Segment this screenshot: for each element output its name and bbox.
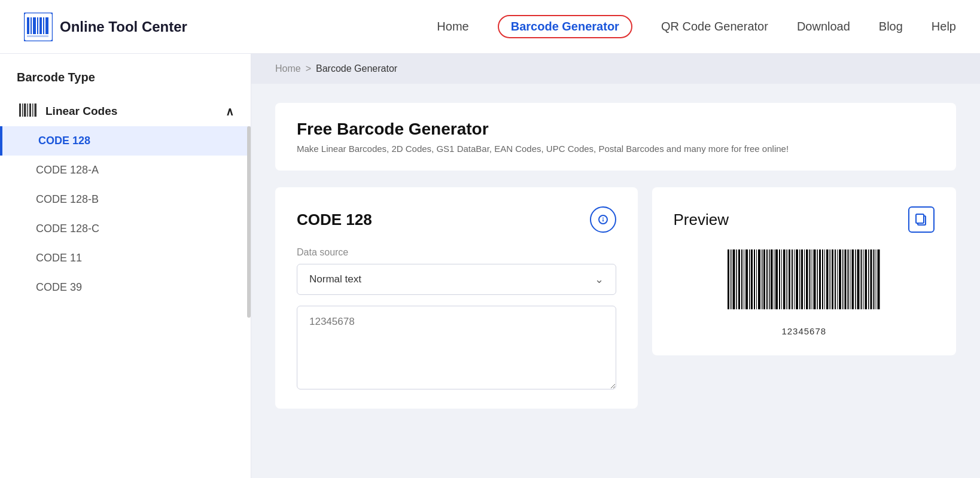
nav-barcode-generator[interactable]: Barcode Generator <box>498 15 632 38</box>
barcode-preview-area: 12345678 <box>674 249 935 336</box>
svg-rect-30 <box>754 249 755 309</box>
svg-rect-61 <box>832 249 833 309</box>
svg-rect-4 <box>37 17 38 34</box>
sidebar-section-linear-codes[interactable]: Linear Codes ∧ <box>0 96 251 126</box>
svg-rect-39 <box>775 249 778 309</box>
svg-rect-57 <box>822 249 823 309</box>
datasource-label: Data source <box>297 247 616 258</box>
scrollbar-track[interactable] <box>247 126 251 318</box>
svg-rect-5 <box>39 17 42 34</box>
svg-point-16 <box>602 218 604 219</box>
svg-rect-11 <box>24 103 26 117</box>
svg-rect-29 <box>751 249 753 309</box>
svg-rect-67 <box>847 249 848 309</box>
nav-qr-code-generator[interactable]: QR Code Generator <box>661 20 768 34</box>
section-label: Linear Codes <box>45 105 117 118</box>
sidebar-item-code-39[interactable]: CODE 39 <box>0 273 251 302</box>
svg-rect-36 <box>769 249 770 309</box>
content-area: Free Barcode Generator Make Linear Barco… <box>251 84 980 428</box>
svg-rect-33 <box>762 249 763 309</box>
svg-rect-58 <box>824 249 825 309</box>
dropdown-value: Normal text <box>309 273 361 285</box>
info-icon <box>598 215 608 224</box>
logo-icon <box>24 13 53 41</box>
svg-rect-48 <box>799 249 801 309</box>
svg-rect-79 <box>877 249 879 309</box>
svg-rect-73 <box>863 249 863 309</box>
svg-rect-74 <box>865 249 867 309</box>
svg-rect-40 <box>779 249 780 309</box>
svg-rect-52 <box>809 249 810 309</box>
svg-rect-15 <box>35 103 37 117</box>
svg-rect-53 <box>811 249 812 309</box>
svg-rect-75 <box>868 249 869 309</box>
page-description: Make Linear Barcodes, 2D Codes, GS1 Data… <box>297 144 935 154</box>
preview-card: Preview <box>652 187 957 355</box>
barcode-preview-svg <box>726 249 882 321</box>
svg-rect-46 <box>794 249 795 309</box>
nav-help[interactable]: Help <box>932 20 956 34</box>
svg-rect-51 <box>806 249 808 309</box>
svg-rect-66 <box>844 249 846 309</box>
nav-blog[interactable]: Blog <box>879 20 903 34</box>
svg-rect-13 <box>29 103 31 117</box>
svg-rect-1 <box>27 17 29 34</box>
copy-button[interactable] <box>908 206 935 233</box>
svg-rect-47 <box>796 249 798 309</box>
breadcrumb-home[interactable]: Home <box>275 63 301 74</box>
svg-rect-65 <box>842 249 844 309</box>
barcode-text-input[interactable] <box>297 306 616 389</box>
main-content: Home > Barcode Generator Free Barcode Ge… <box>251 54 980 478</box>
sidebar-item-code-128-a[interactable]: CODE 128-A <box>0 156 251 185</box>
svg-rect-2 <box>31 17 32 34</box>
svg-rect-10 <box>22 103 23 117</box>
svg-rect-62 <box>835 249 836 309</box>
preview-title: Preview <box>674 211 729 229</box>
barcode-value-label: 12345678 <box>781 326 826 336</box>
svg-rect-72 <box>860 249 862 309</box>
page-title: Free Barcode Generator <box>297 120 935 139</box>
svg-rect-42 <box>783 249 786 309</box>
svg-rect-50 <box>804 249 805 309</box>
svg-rect-63 <box>837 249 838 309</box>
sidebar-item-code-128-c[interactable]: CODE 128-C <box>0 214 251 243</box>
sidebar-item-code-11[interactable]: CODE 11 <box>0 243 251 273</box>
svg-rect-20 <box>728 249 729 309</box>
svg-rect-70 <box>855 249 856 309</box>
svg-rect-78 <box>875 249 876 309</box>
svg-rect-8 <box>27 35 48 37</box>
svg-rect-43 <box>786 249 787 309</box>
svg-rect-19 <box>916 214 924 223</box>
gen-card-header: CODE 128 <box>297 206 616 233</box>
svg-rect-60 <box>829 249 830 309</box>
generator-card: CODE 128 Data source Normal <box>275 187 638 409</box>
svg-rect-76 <box>870 249 872 309</box>
svg-rect-32 <box>758 249 760 309</box>
layout: Barcode Type Linear Codes ∧ C <box>0 54 980 478</box>
datasource-dropdown[interactable]: Normal text ⌄ <box>297 264 616 295</box>
svg-rect-3 <box>33 17 36 34</box>
sidebar-title: Barcode Type <box>0 71 251 96</box>
gen-preview-row: CODE 128 Data source Normal <box>275 187 956 409</box>
sidebar-item-code-128-b[interactable]: CODE 128-B <box>0 185 251 214</box>
nav: Home Barcode Generator QR Code Generator… <box>437 15 956 38</box>
nav-download[interactable]: Download <box>797 20 850 34</box>
svg-rect-21 <box>731 249 732 309</box>
svg-rect-12 <box>28 103 29 117</box>
nav-home[interactable]: Home <box>437 20 468 34</box>
svg-rect-64 <box>839 249 841 309</box>
svg-rect-41 <box>781 249 782 309</box>
svg-rect-23 <box>736 249 737 309</box>
svg-rect-56 <box>819 249 821 309</box>
svg-rect-14 <box>32 103 34 117</box>
svg-rect-68 <box>850 249 850 309</box>
svg-rect-44 <box>789 249 790 309</box>
chevron-up-icon: ∧ <box>226 105 234 118</box>
sidebar-item-code-128[interactable]: CODE 128 <box>0 126 251 156</box>
logo-area: Online Tool Center <box>24 13 187 41</box>
barcode-svg-wrapper: 12345678 <box>726 249 882 336</box>
info-button[interactable] <box>590 206 616 233</box>
svg-rect-9 <box>19 103 21 117</box>
svg-rect-26 <box>744 249 744 309</box>
copy-icon <box>915 213 928 226</box>
